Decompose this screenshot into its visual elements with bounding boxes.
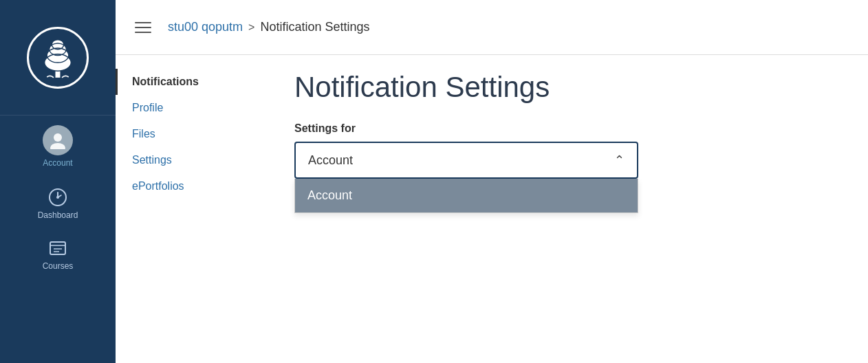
chevron-up-icon: ⌃: [614, 153, 625, 168]
courses-icon: [48, 239, 67, 258]
hamburger-line-1: [135, 22, 151, 23]
sidebar: Account Dashboard: [0, 0, 116, 363]
sidebar-item-courses[interactable]: Courses: [0, 230, 116, 280]
logo-circle: [27, 27, 89, 89]
breadcrumb-separator: >: [248, 21, 254, 34]
svg-point-11: [50, 143, 65, 149]
sidebar-item-dashboard[interactable]: Dashboard: [0, 177, 116, 230]
sidebar-item-account-label: Account: [43, 158, 72, 168]
hamburger-line-3: [135, 32, 151, 33]
sidebar-item-account[interactable]: Account: [0, 116, 116, 177]
sidebar-navigation: Account Dashboard: [0, 116, 116, 280]
account-avatar-icon: [43, 125, 73, 155]
breadcrumb-current-page: Notification Settings: [260, 20, 369, 34]
dashboard-icon: [47, 187, 68, 208]
sidebar-logo: [0, 0, 116, 116]
topbar: stu00 qoputm > Notification Settings: [116, 0, 868, 55]
breadcrumb-home-link[interactable]: stu00 qoputm: [168, 20, 243, 34]
main-area: stu00 qoputm > Notification Settings Not…: [116, 0, 868, 363]
sidebar-item-courses-label: Courses: [43, 261, 74, 271]
svg-rect-14: [50, 242, 65, 254]
settings-dropdown-button[interactable]: Account ⌃: [294, 142, 638, 179]
logo-tree-icon: [34, 34, 82, 82]
nav-item-notifications[interactable]: Notifications: [116, 69, 267, 95]
dropdown-menu: Account: [294, 179, 638, 213]
svg-point-13: [56, 196, 59, 199]
secondary-nav: Notifications Profile Files Settings ePo…: [116, 55, 267, 363]
hamburger-menu-button[interactable]: [132, 19, 154, 36]
hamburger-line-2: [135, 27, 151, 28]
page-title: Notification Settings: [294, 72, 840, 103]
settings-for-label: Settings for: [294, 122, 840, 135]
settings-dropdown-container: Account ⌃ Account: [294, 142, 638, 179]
nav-item-profile[interactable]: Profile: [116, 95, 267, 121]
breadcrumb: stu00 qoputm > Notification Settings: [168, 20, 370, 34]
nav-item-settings[interactable]: Settings: [116, 147, 267, 173]
dropdown-option-account[interactable]: Account: [295, 179, 638, 212]
page-content: Notification Settings Settings for Accou…: [267, 55, 868, 363]
svg-rect-5: [56, 63, 61, 67]
nav-item-eportfolios[interactable]: ePortfolios: [116, 173, 267, 199]
svg-point-10: [54, 133, 62, 142]
dropdown-selected-value: Account: [308, 153, 353, 168]
nav-item-files[interactable]: Files: [116, 121, 267, 147]
sidebar-item-dashboard-label: Dashboard: [38, 210, 78, 220]
content-area: Notifications Profile Files Settings ePo…: [116, 55, 868, 363]
